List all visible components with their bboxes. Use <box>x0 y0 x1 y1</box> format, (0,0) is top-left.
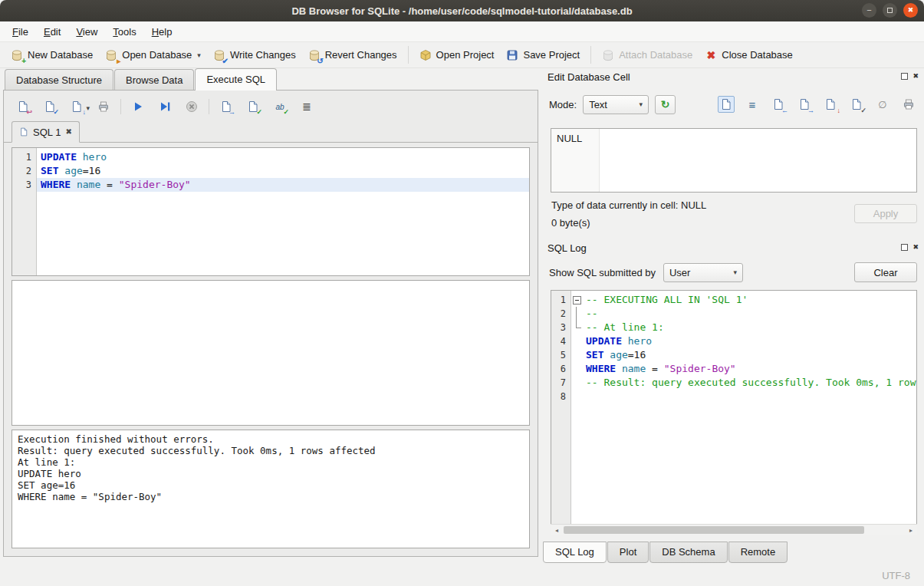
open-database-dropdown-icon[interactable]: ▾ <box>197 51 201 59</box>
fold-column <box>571 307 582 321</box>
text-mode-button[interactable] <box>718 96 735 113</box>
save-project-button[interactable]: Save Project <box>500 46 586 64</box>
save-sql-dropdown-icon[interactable]: ▾ <box>86 104 90 112</box>
scroll-left-icon[interactable]: ◂ <box>551 525 563 535</box>
chevron-down-icon: ▾ <box>640 100 643 108</box>
fold-column <box>571 376 582 390</box>
close-database-button[interactable]: ✖ Close Database <box>699 46 799 64</box>
tab-execute-sql[interactable]: Execute SQL <box>195 68 277 91</box>
set-null-button[interactable]: ∅ <box>874 96 891 113</box>
mode-select[interactable]: Text ▾ <box>583 95 649 114</box>
write-changes-icon: ✔ <box>213 49 225 61</box>
code-line[interactable]: 6WHERE name = "Spider-Boy" <box>551 362 916 376</box>
titlebar[interactable]: DB Browser for SQLite - /home/user/code/… <box>0 0 924 21</box>
replace-cell-button[interactable]: ↓ <box>822 96 839 113</box>
float-dock-icon[interactable] <box>901 244 908 251</box>
right-panel: Edit Database Cell ✖ Mode: Text ▾ ↻ ≡ <box>541 68 924 565</box>
code-text: -- <box>582 307 916 321</box>
horizontal-scrollbar[interactable]: ◂ ▸ <box>551 524 917 535</box>
close-dock-icon[interactable]: ✖ <box>912 244 919 251</box>
save-results-button[interactable]: ✓ <box>246 100 260 114</box>
scroll-right-icon[interactable]: ▸ <box>905 525 917 535</box>
find-replace-button[interactable]: ab ✓ <box>273 100 287 114</box>
main-area: Database Structure Browse Data Execute S… <box>0 68 924 565</box>
format-sql-button[interactable]: ≣ <box>300 100 314 114</box>
sql-log-code[interactable]: 1-- EXECUTING ALL IN 'SQL 1'2--3-- At li… <box>551 290 917 535</box>
execute-current-line-button[interactable] <box>158 100 172 114</box>
menu-tools[interactable]: Tools <box>105 21 143 41</box>
import-cell-button[interactable]: ← <box>770 96 787 113</box>
close-button[interactable]: ✖ <box>903 3 918 18</box>
submitted-by-select[interactable]: User ▾ <box>663 263 743 282</box>
filter-label: Show SQL submitted by <box>549 267 656 278</box>
revert-changes-button[interactable]: ↺ Revert Changes <box>302 46 403 64</box>
code-text: UPDATE hero <box>37 150 529 164</box>
results-grid[interactable] <box>12 280 530 426</box>
dock-tab-remote[interactable]: Remote <box>728 542 788 563</box>
dock-tab-plot[interactable]: Plot <box>607 542 649 563</box>
menu-view[interactable]: View <box>68 21 105 41</box>
open-project-button[interactable]: Open Project <box>413 46 501 64</box>
save-sql-as-button[interactable]: ↓ ▾ <box>70 100 84 114</box>
minimize-icon: − <box>866 6 871 15</box>
execute-all-button[interactable] <box>131 100 145 114</box>
code-line[interactable]: 4UPDATE hero <box>551 334 916 348</box>
export-cell-button[interactable]: → <box>796 96 813 113</box>
line-number: 4 <box>551 334 571 348</box>
stop-execution-button[interactable] <box>185 100 199 114</box>
save-sql-file-button[interactable]: ✓ <box>43 100 57 114</box>
sql-tab-bar: SQL 1 ✖ <box>12 120 530 143</box>
apply-button[interactable]: Apply <box>854 204 917 223</box>
scrollbar-thumb[interactable] <box>564 526 864 534</box>
word-wrap-button[interactable]: ≡ <box>744 96 761 113</box>
code-line[interactable]: 3WHERE name = "Spider-Boy" <box>12 178 529 192</box>
code-text: SET age=16 <box>37 164 529 178</box>
code-line[interactable]: 2SET age=16 <box>12 164 529 178</box>
code-line[interactable]: 7-- Result: query executed successfully.… <box>551 376 916 390</box>
tab-browse-data[interactable]: Browse Data <box>114 69 194 90</box>
close-dock-icon[interactable]: ✖ <box>912 73 919 80</box>
print-sql-button[interactable] <box>97 100 110 114</box>
execution-message: Execution finished without errors. Resul… <box>12 430 530 548</box>
export-results-button[interactable]: → <box>219 100 233 114</box>
tab-database-structure[interactable]: Database Structure <box>5 69 113 90</box>
sql-toolbar: ↩ ✓ ↓ ▾ <box>12 91 530 120</box>
save-cell-button[interactable]: ✓ <box>848 96 865 113</box>
print-cell-button[interactable] <box>900 96 917 113</box>
encoding-indicator[interactable]: UTF-8 <box>882 570 910 581</box>
code-line[interactable]: 8 <box>551 390 916 403</box>
code-text: UPDATE hero <box>582 334 916 348</box>
dock-tab-db-schema[interactable]: DB Schema <box>649 542 727 563</box>
open-sql-file-button[interactable]: ↩ <box>16 100 30 114</box>
maximize-icon <box>887 8 893 13</box>
dock-tab-sql-log[interactable]: SQL Log <box>543 542 607 563</box>
menu-help[interactable]: Help <box>144 21 180 41</box>
line-number: 3 <box>12 178 37 192</box>
code-line[interactable]: 2-- <box>551 307 916 321</box>
new-database-button[interactable]: + New Database <box>5 46 99 64</box>
code-line[interactable]: 5SET age=16 <box>551 348 916 362</box>
code-line[interactable]: 1UPDATE hero <box>12 150 529 164</box>
line-number: 7 <box>551 376 571 390</box>
code-line[interactable]: 1-- EXECUTING ALL IN 'SQL 1' <box>551 293 916 307</box>
close-database-icon: ✖ <box>705 49 717 61</box>
text-mode-icon <box>720 98 732 110</box>
word-wrap-icon: ≡ <box>749 99 756 110</box>
open-database-button[interactable]: ▸ Open Database ▾ <box>99 46 207 64</box>
sql-tab[interactable]: SQL 1 ✖ <box>12 121 80 143</box>
float-dock-icon[interactable] <box>901 73 908 80</box>
menu-file[interactable]: File <box>5 21 36 41</box>
auto-switch-mode-button[interactable]: ↻ <box>655 95 676 114</box>
sql-tab-close-icon[interactable]: ✖ <box>65 128 71 136</box>
attach-database-button[interactable]: Attach Database <box>596 46 699 64</box>
maximize-button[interactable] <box>883 3 897 18</box>
write-changes-button[interactable]: ✔ Write Changes <box>207 46 302 64</box>
sql-editor[interactable]: 1UPDATE hero2SET age=163WHERE name = "Sp… <box>12 147 530 276</box>
clear-button[interactable]: Clear <box>854 262 917 282</box>
cell-editor[interactable]: NULL <box>551 128 917 193</box>
open-project-icon <box>419 49 432 61</box>
menu-edit[interactable]: Edit <box>36 21 68 41</box>
minimize-button[interactable]: − <box>862 3 876 18</box>
fold-marker[interactable] <box>571 293 582 307</box>
code-line[interactable]: 3-- At line 1: <box>551 321 916 334</box>
